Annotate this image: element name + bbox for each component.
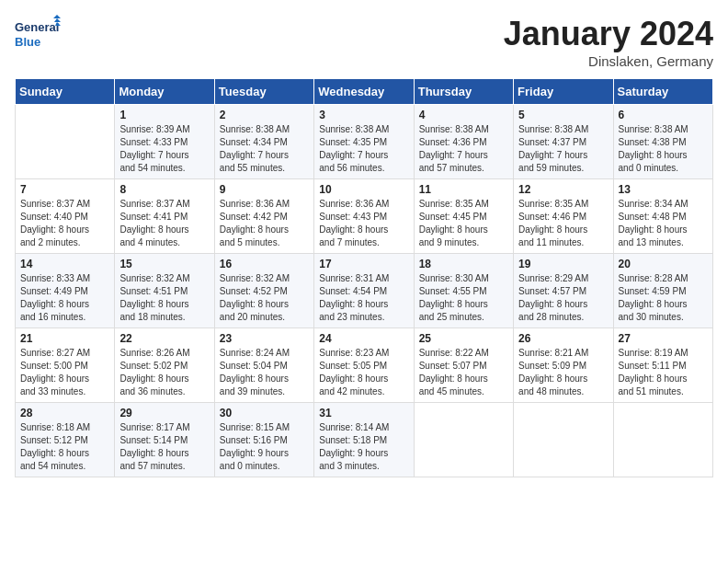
calendar-cell: 12Sunrise: 8:35 AMSunset: 4:46 PMDayligh… xyxy=(514,179,613,254)
day-number: 9 xyxy=(220,183,309,196)
location-subtitle: Dinslaken, Germany xyxy=(504,53,713,69)
day-info: Sunrise: 8:32 AMSunset: 4:51 PMDaylight:… xyxy=(119,272,209,324)
day-header-saturday: Saturday xyxy=(613,79,712,105)
calendar-cell: 25Sunrise: 8:22 AMSunset: 5:07 PMDayligh… xyxy=(414,328,513,403)
week-row-4: 21Sunrise: 8:27 AMSunset: 5:00 PMDayligh… xyxy=(16,328,713,403)
day-number: 21 xyxy=(20,332,109,345)
day-info: Sunrise: 8:15 AMSunset: 5:16 PMDaylight:… xyxy=(220,421,309,473)
calendar-cell: 10Sunrise: 8:36 AMSunset: 4:43 PMDayligh… xyxy=(314,179,414,254)
calendar-cell: 17Sunrise: 8:31 AMSunset: 4:54 PMDayligh… xyxy=(314,254,414,328)
day-number: 8 xyxy=(119,183,209,196)
day-number: 11 xyxy=(419,183,508,196)
day-number: 29 xyxy=(119,407,209,419)
calendar-cell: 16Sunrise: 8:32 AMSunset: 4:52 PMDayligh… xyxy=(214,254,313,328)
day-info: Sunrise: 8:29 AMSunset: 4:57 PMDaylight:… xyxy=(518,272,608,324)
day-info: Sunrise: 8:22 AMSunset: 5:07 PMDaylight:… xyxy=(419,347,508,398)
calendar-cell: 19Sunrise: 8:29 AMSunset: 4:57 PMDayligh… xyxy=(514,254,613,328)
day-info: Sunrise: 8:35 AMSunset: 4:45 PMDaylight:… xyxy=(419,198,508,249)
day-number: 10 xyxy=(319,183,408,196)
day-number: 14 xyxy=(20,258,109,270)
day-number: 5 xyxy=(518,109,608,121)
calendar-cell: 29Sunrise: 8:17 AMSunset: 5:14 PMDayligh… xyxy=(115,403,214,477)
day-info: Sunrise: 8:30 AMSunset: 4:55 PMDaylight:… xyxy=(419,272,508,324)
calendar-cell: 1Sunrise: 8:39 AMSunset: 4:33 PMDaylight… xyxy=(115,105,214,179)
calendar-cell: 30Sunrise: 8:15 AMSunset: 5:16 PMDayligh… xyxy=(214,403,313,477)
day-number: 22 xyxy=(119,332,209,345)
calendar-cell xyxy=(16,105,115,179)
day-number: 3 xyxy=(319,109,408,121)
calendar-cell xyxy=(613,403,712,477)
day-info: Sunrise: 8:37 AMSunset: 4:40 PMDaylight:… xyxy=(20,198,109,249)
day-info: Sunrise: 8:31 AMSunset: 4:54 PMDaylight:… xyxy=(319,272,408,324)
day-info: Sunrise: 8:36 AMSunset: 4:43 PMDaylight:… xyxy=(319,198,408,249)
calendar-cell: 5Sunrise: 8:38 AMSunset: 4:37 PMDaylight… xyxy=(514,105,613,179)
day-number: 26 xyxy=(518,332,608,345)
calendar-cell xyxy=(514,403,613,477)
day-info: Sunrise: 8:26 AMSunset: 5:02 PMDaylight:… xyxy=(119,347,209,398)
calendar-cell: 28Sunrise: 8:18 AMSunset: 5:12 PMDayligh… xyxy=(16,403,115,477)
day-number: 12 xyxy=(518,183,608,196)
calendar-cell: 9Sunrise: 8:36 AMSunset: 4:42 PMDaylight… xyxy=(214,179,313,254)
calendar-cell: 2Sunrise: 8:38 AMSunset: 4:34 PMDaylight… xyxy=(214,105,313,179)
day-header-friday: Friday xyxy=(514,79,613,105)
day-info: Sunrise: 8:23 AMSunset: 5:05 PMDaylight:… xyxy=(319,347,408,398)
day-info: Sunrise: 8:17 AMSunset: 5:14 PMDaylight:… xyxy=(119,421,209,473)
day-info: Sunrise: 8:36 AMSunset: 4:42 PMDaylight:… xyxy=(220,198,309,249)
day-info: Sunrise: 8:38 AMSunset: 4:36 PMDaylight:… xyxy=(419,123,508,175)
day-info: Sunrise: 8:21 AMSunset: 5:09 PMDaylight:… xyxy=(518,347,608,398)
day-info: Sunrise: 8:35 AMSunset: 4:46 PMDaylight:… xyxy=(518,198,608,249)
calendar-table: SundayMondayTuesdayWednesdayThursdayFrid… xyxy=(15,78,713,477)
svg-text:General: General xyxy=(15,20,59,34)
day-number: 25 xyxy=(419,332,508,345)
day-info: Sunrise: 8:38 AMSunset: 4:34 PMDaylight:… xyxy=(220,123,309,175)
day-header-tuesday: Tuesday xyxy=(214,79,313,105)
svg-text:Blue: Blue xyxy=(15,35,40,49)
day-number: 31 xyxy=(319,407,408,419)
day-number: 2 xyxy=(220,109,309,121)
day-header-monday: Monday xyxy=(115,79,214,105)
day-info: Sunrise: 8:27 AMSunset: 5:00 PMDaylight:… xyxy=(20,347,109,398)
logo-svg: General Blue xyxy=(15,15,61,55)
day-number: 19 xyxy=(518,258,608,270)
day-info: Sunrise: 8:19 AMSunset: 5:11 PMDaylight:… xyxy=(619,347,708,398)
day-info: Sunrise: 8:18 AMSunset: 5:12 PMDaylight:… xyxy=(20,421,109,473)
calendar-cell: 6Sunrise: 8:38 AMSunset: 4:38 PMDaylight… xyxy=(613,105,712,179)
day-header-sunday: Sunday xyxy=(16,79,115,105)
day-number: 18 xyxy=(419,258,508,270)
calendar-cell: 27Sunrise: 8:19 AMSunset: 5:11 PMDayligh… xyxy=(613,328,712,403)
day-info: Sunrise: 8:24 AMSunset: 5:04 PMDaylight:… xyxy=(220,347,309,398)
calendar-cell: 22Sunrise: 8:26 AMSunset: 5:02 PMDayligh… xyxy=(115,328,214,403)
day-info: Sunrise: 8:38 AMSunset: 4:38 PMDaylight:… xyxy=(619,123,708,175)
calendar-cell: 18Sunrise: 8:30 AMSunset: 4:55 PMDayligh… xyxy=(414,254,513,328)
day-info: Sunrise: 8:28 AMSunset: 4:59 PMDaylight:… xyxy=(619,272,708,324)
calendar-cell: 14Sunrise: 8:33 AMSunset: 4:49 PMDayligh… xyxy=(16,254,115,328)
calendar-cell: 11Sunrise: 8:35 AMSunset: 4:45 PMDayligh… xyxy=(414,179,513,254)
month-title: January 2024 xyxy=(504,15,713,53)
day-number: 15 xyxy=(119,258,209,270)
day-number: 17 xyxy=(319,258,408,270)
title-block: January 2024 Dinslaken, Germany xyxy=(504,15,713,69)
day-info: Sunrise: 8:33 AMSunset: 4:49 PMDaylight:… xyxy=(20,272,109,324)
week-row-2: 7Sunrise: 8:37 AMSunset: 4:40 PMDaylight… xyxy=(16,179,713,254)
day-header-wednesday: Wednesday xyxy=(314,79,414,105)
calendar-cell: 4Sunrise: 8:38 AMSunset: 4:36 PMDaylight… xyxy=(414,105,513,179)
day-info: Sunrise: 8:34 AMSunset: 4:48 PMDaylight:… xyxy=(619,198,708,249)
calendar-cell: 21Sunrise: 8:27 AMSunset: 5:00 PMDayligh… xyxy=(16,328,115,403)
day-info: Sunrise: 8:39 AMSunset: 4:33 PMDaylight:… xyxy=(119,123,209,175)
day-info: Sunrise: 8:32 AMSunset: 4:52 PMDaylight:… xyxy=(220,272,309,324)
calendar-cell: 13Sunrise: 8:34 AMSunset: 4:48 PMDayligh… xyxy=(613,179,712,254)
day-header-thursday: Thursday xyxy=(414,79,513,105)
day-number: 20 xyxy=(619,258,708,270)
day-number: 16 xyxy=(220,258,309,270)
calendar-cell: 31Sunrise: 8:14 AMSunset: 5:18 PMDayligh… xyxy=(314,403,414,477)
day-info: Sunrise: 8:38 AMSunset: 4:37 PMDaylight:… xyxy=(518,123,608,175)
calendar-cell: 23Sunrise: 8:24 AMSunset: 5:04 PMDayligh… xyxy=(214,328,313,403)
day-number: 27 xyxy=(619,332,708,345)
calendar-cell: 7Sunrise: 8:37 AMSunset: 4:40 PMDaylight… xyxy=(16,179,115,254)
day-number: 7 xyxy=(20,183,109,196)
day-number: 23 xyxy=(220,332,309,345)
day-number: 4 xyxy=(419,109,508,121)
svg-marker-2 xyxy=(53,15,61,18)
calendar-cell: 24Sunrise: 8:23 AMSunset: 5:05 PMDayligh… xyxy=(314,328,414,403)
week-row-5: 28Sunrise: 8:18 AMSunset: 5:12 PMDayligh… xyxy=(16,403,713,477)
